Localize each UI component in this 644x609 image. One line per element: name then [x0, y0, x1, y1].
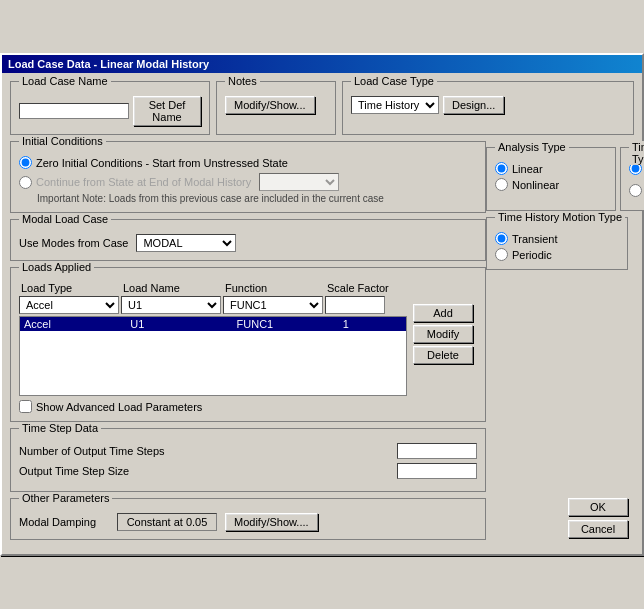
- load-case-name-input[interactable]: ZTH: [19, 103, 129, 119]
- delete-button[interactable]: Delete: [413, 346, 473, 364]
- output-time-step-label: Output Time Step Size: [19, 465, 129, 477]
- show-advanced-checkbox[interactable]: [19, 400, 32, 413]
- other-parameters-group: Other Parameters Modal Damping Constant …: [10, 498, 486, 540]
- load-name-select[interactable]: U1: [121, 296, 221, 314]
- time-history-motion-group: Time History Motion Type Transient Perio…: [486, 217, 628, 270]
- notes-label: Notes: [225, 75, 260, 87]
- time-step-label: Time Step Data: [19, 422, 101, 434]
- col-load-name: Load Name: [123, 282, 223, 294]
- show-advanced-label: Show Advanced Load Parameters: [36, 401, 202, 413]
- zero-initial-label: Zero Initial Conditions - Start from Uns…: [36, 157, 288, 169]
- row-function: FUNC1: [233, 317, 339, 331]
- show-advanced-container: Show Advanced Load Parameters: [19, 400, 407, 413]
- time-history-motion-label: Time History Motion Type: [495, 211, 625, 223]
- load-case-name-group: Load Case Name ZTH Set Def Name: [10, 81, 210, 135]
- cancel-button[interactable]: Cancel: [568, 520, 628, 538]
- load-case-type-group: Load Case Type Time History Design...: [342, 81, 634, 135]
- load-case-name-label: Load Case Name: [19, 75, 111, 87]
- ok-button[interactable]: OK: [568, 498, 628, 516]
- nonlinear-label: Nonlinear: [512, 179, 559, 191]
- modal-load-case-label: Modal Load Case: [19, 213, 111, 225]
- row-load-type: Accel: [20, 317, 126, 331]
- loads-applied-label: Loads Applied: [19, 261, 94, 273]
- other-params-label: Other Parameters: [19, 492, 112, 504]
- analysis-type-group: Analysis Type Linear Nonlinear: [486, 147, 616, 211]
- time-history-type-label: Time History Type: [629, 141, 644, 165]
- periodic-radio[interactable]: [495, 248, 508, 261]
- nonlinear-radio[interactable]: [495, 178, 508, 191]
- col-scale-factor: Scale Factor: [327, 282, 407, 294]
- design-button[interactable]: Design...: [443, 96, 504, 114]
- transient-radio[interactable]: [495, 232, 508, 245]
- linear-radio[interactable]: [495, 162, 508, 175]
- modify-button[interactable]: Modify: [413, 325, 473, 343]
- zero-initial-radio[interactable]: [19, 156, 32, 169]
- use-modes-label: Use Modes from Case: [19, 237, 128, 249]
- loads-table: Accel U1 FUNC1 1: [19, 316, 407, 396]
- time-history-type-group: Time History Type Modal Direct Integrati…: [620, 147, 644, 211]
- col-load-type: Load Type: [21, 282, 121, 294]
- col-function: Function: [225, 282, 325, 294]
- continue-from-state-select[interactable]: [259, 173, 339, 191]
- add-button[interactable]: Add: [413, 304, 473, 322]
- continue-from-state-label: Continue from State at End of Modal Hist…: [36, 176, 251, 188]
- initial-conditions-group: Initial Conditions Zero Initial Conditio…: [10, 141, 486, 213]
- analysis-type-label: Analysis Type: [495, 141, 569, 153]
- scale-factor-input[interactable]: 1: [325, 296, 385, 314]
- num-output-steps-label: Number of Output Time Steps: [19, 445, 165, 457]
- periodic-label: Periodic: [512, 249, 552, 261]
- output-time-step-input[interactable]: 0.01: [397, 463, 477, 479]
- load-type-select[interactable]: Accel: [19, 296, 119, 314]
- load-case-type-label: Load Case Type: [351, 75, 437, 87]
- loads-applied-group: Loads Applied Load Type Load Name Functi…: [10, 267, 486, 422]
- transient-label: Transient: [512, 233, 557, 245]
- row-load-name: U1: [126, 317, 232, 331]
- window-title: Load Case Data - Linear Modal History: [8, 58, 209, 70]
- function-select[interactable]: FUNC1: [223, 296, 323, 314]
- modal-case-select[interactable]: MODAL: [136, 234, 236, 252]
- initial-conditions-note: Important Note: Loads from this previous…: [37, 193, 477, 204]
- set-def-name-button[interactable]: Set Def Name: [133, 96, 201, 126]
- initial-conditions-label: Initial Conditions: [19, 135, 106, 147]
- continue-from-state-radio[interactable]: [19, 176, 32, 189]
- modal-damping-display: Constant at 0.05: [117, 513, 217, 531]
- row-scale-factor: 1: [339, 317, 406, 331]
- notes-modify-show-button[interactable]: Modify/Show...: [225, 96, 315, 114]
- main-window: Load Case Data - Linear Modal History Lo…: [0, 53, 644, 556]
- direct-integration-radio[interactable]: [629, 184, 642, 197]
- linear-label: Linear: [512, 163, 543, 175]
- modal-damping-label: Modal Damping: [19, 516, 109, 528]
- table-row[interactable]: Accel U1 FUNC1 1: [20, 317, 406, 331]
- num-output-steps-input[interactable]: 100: [397, 443, 477, 459]
- modal-damping-row: Modal Damping Constant at 0.05 Modify/Sh…: [19, 513, 477, 531]
- loads-buttons: Add Modify Delete: [407, 282, 477, 413]
- notes-group: Notes Modify/Show...: [216, 81, 336, 135]
- modal-load-case-group: Modal Load Case Use Modes from Case MODA…: [10, 219, 486, 261]
- time-step-data-group: Time Step Data Number of Output Time Ste…: [10, 428, 486, 492]
- modal-damping-modify-show-button[interactable]: Modify/Show....: [225, 513, 318, 531]
- title-bar: Load Case Data - Linear Modal History: [2, 55, 642, 73]
- load-case-type-select[interactable]: Time History: [351, 96, 439, 114]
